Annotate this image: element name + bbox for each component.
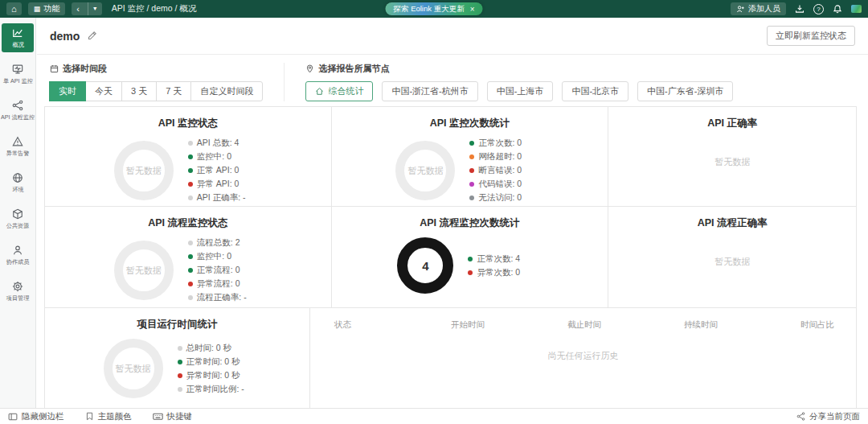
card-api-status: API 监控状态 暂无数据 API 总数: 4 xyxy=(45,107,332,206)
dashboard-panel: API 监控状态 暂无数据 API 总数: 4 xyxy=(44,106,857,408)
legend-item: 流程总数: 2 xyxy=(188,237,262,249)
legend-dot xyxy=(469,154,474,159)
legend-item: 正常次数: 4 xyxy=(468,253,542,265)
keyboard-icon xyxy=(153,411,163,422)
legend-item: 总时间: 0 秒 xyxy=(178,343,252,354)
table-header-cell: 截止时间 xyxy=(567,319,684,331)
flow-monitor-icon xyxy=(12,100,23,111)
node-all-button[interactable]: 综合统计 xyxy=(305,81,373,101)
person-add-icon xyxy=(736,5,745,14)
legend: 正常次数: 0 网络超时: 0 断言错误: 0 xyxy=(469,138,543,204)
node-filter-buttons: 综合统计 中国-浙江省-杭州市 中国-上海市 中国-北京市 中国-广东省-深圳市 xyxy=(305,81,733,101)
node-filter-label: 选择报告所属节点 xyxy=(305,63,733,75)
edit-pencil-icon[interactable] xyxy=(87,31,97,41)
calendar-icon xyxy=(50,64,59,73)
legend-dot xyxy=(188,141,193,146)
announcement-flag-icon[interactable] xyxy=(851,5,862,13)
share-icon xyxy=(796,412,805,421)
menu-button[interactable]: ▦ 功能 xyxy=(28,2,66,15)
legend-item: 正常流程: 0 xyxy=(188,265,262,276)
bookmark-icon xyxy=(85,412,94,421)
hide-sidebar-button[interactable]: 隐藏侧边栏 xyxy=(8,411,64,422)
history-caret-icon[interactable]: ▼ xyxy=(88,2,102,15)
share-page-button[interactable]: 分享当前页面 xyxy=(796,411,860,422)
page-title: demo xyxy=(50,30,80,43)
time-option-button[interactable]: 自定义时间段 xyxy=(190,81,263,101)
sidebar-item-alerts[interactable]: 异常告警 xyxy=(2,132,34,161)
donut-chart-empty: 暂无数据 xyxy=(114,141,174,200)
refresh-status-button[interactable]: 立即刷新监控状态 xyxy=(767,26,855,46)
download-icon[interactable] xyxy=(795,4,805,14)
card-runtime: 项目运行时间统计 暂无数据 总时间: 0 秒 xyxy=(45,308,310,408)
table-header-row: 状态 开始时间 截止时间 持续时间 时间占比 xyxy=(310,308,856,331)
gear-icon xyxy=(12,281,23,292)
card-api-rate: API 正确率 暂无数据 xyxy=(608,107,856,206)
topbar: ⌂ ▦ 功能 ‹ ▼ API 监控 / demo / 概况 探索 Eolink … xyxy=(0,0,868,18)
time-filter-label: 选择时间段 xyxy=(50,63,263,75)
map-pin-icon xyxy=(305,64,314,73)
footer-bar: 隐藏侧边栏 主题颜色 快捷键 分享当前页面 xyxy=(0,408,868,424)
home-small-icon xyxy=(315,87,324,96)
legend-dot xyxy=(188,168,193,173)
legend-dot xyxy=(188,254,193,259)
time-option-button[interactable]: 7 天 xyxy=(156,81,191,101)
node-option-button[interactable]: 中国-浙江省-杭州市 xyxy=(382,81,477,101)
theme-color-button[interactable]: 主题颜色 xyxy=(85,411,132,422)
legend-dot xyxy=(178,387,182,392)
sidebar-item-members[interactable]: 协作成员 xyxy=(2,241,34,270)
table-empty-text: 尚无任何运行历史 xyxy=(310,350,856,362)
card-api-count: API 监控次数统计 暂无数据 正常次数: 0 xyxy=(332,107,609,206)
time-option-button[interactable]: 今天 xyxy=(85,81,122,101)
legend-item: API 正确率: - xyxy=(188,192,262,204)
resources-cube-icon xyxy=(12,208,23,220)
page-header: demo 立即刷新监控状态 xyxy=(37,18,868,55)
legend-dot xyxy=(188,154,193,159)
warning-icon xyxy=(12,136,23,147)
node-option-button[interactable]: 中国-北京市 xyxy=(562,81,628,101)
node-option-button[interactable]: 中国-广东省-深圳市 xyxy=(637,81,733,101)
sidebar-item-api-flow-monitor[interactable]: API 流程监控 xyxy=(2,96,34,125)
sidebar-item-single-api-monitor[interactable]: 单 API 监控 xyxy=(2,60,34,89)
sidebar-item-project-settings[interactable]: 项目管理 xyxy=(2,277,34,306)
legend-dot xyxy=(188,241,193,245)
time-option-button[interactable]: 实时 xyxy=(49,81,86,101)
app-window: ⌂ ▦ 功能 ‹ ▼ API 监控 / demo / 概况 探索 Eolink … xyxy=(0,0,868,424)
legend-dot xyxy=(468,257,473,261)
add-member-button[interactable]: 添加人员 xyxy=(731,2,786,15)
legend-dot xyxy=(188,295,193,300)
legend-item: 正常时间: 0 秒 xyxy=(178,356,252,368)
time-option-button[interactable]: 3 天 xyxy=(121,81,157,101)
sidebar: 概况 单 API 监控 API 流程监控 异常告警 环境 xyxy=(0,18,36,408)
legend-item: 异常流程: 0 xyxy=(188,278,262,290)
promo-banner[interactable]: 探索 Eolink 重大更新 × xyxy=(386,2,483,15)
sidebar-item-overview[interactable]: 概况 xyxy=(2,23,34,52)
shortcuts-button[interactable]: 快捷键 xyxy=(153,411,193,422)
sidebar-item-shared-resources[interactable]: 公共资源 xyxy=(2,204,34,233)
node-option-button[interactable]: 中国-上海市 xyxy=(487,81,554,101)
globe-icon xyxy=(12,172,23,183)
legend-item: 流程正确率: - xyxy=(188,292,262,303)
breadcrumb[interactable]: API 监控 / demo / 概况 xyxy=(112,3,197,14)
legend-dot xyxy=(188,196,193,200)
back-arrow-icon[interactable]: ‹ xyxy=(72,2,84,15)
legend-item: 异常时间: 0 秒 xyxy=(178,370,252,381)
legend-dot xyxy=(188,182,193,187)
empty-state-text: 暂无数据 xyxy=(608,256,856,268)
table-header-cell: 持续时间 xyxy=(684,319,800,331)
runtime-history-table: 状态 开始时间 截止时间 持续时间 时间占比 尚无任何运行历史 xyxy=(310,308,856,408)
promo-close-icon[interactable]: × xyxy=(470,5,475,14)
legend-item: 异常次数: 0 xyxy=(468,267,542,278)
legend-dot xyxy=(178,346,182,351)
sidebar-item-environment[interactable]: 环境 xyxy=(2,168,34,197)
legend-item: 监控中: 0 xyxy=(188,151,262,163)
back-button[interactable]: ‹ ▼ xyxy=(72,2,102,15)
bell-icon[interactable] xyxy=(833,4,842,14)
members-icon xyxy=(12,245,23,256)
legend: 正常次数: 4 异常次数: 0 xyxy=(468,253,542,278)
home-button[interactable]: ⌂ xyxy=(6,2,22,15)
help-icon[interactable]: ? xyxy=(813,4,824,14)
card-flow-count: API 流程监控次数统计 4 正常次数: 4 xyxy=(332,207,609,307)
legend-item: 网络超时: 0 xyxy=(469,151,543,163)
donut-chart-empty: 暂无数据 xyxy=(114,241,174,300)
time-filter-buttons: 实时 今天 3 天 7 天 自定义时间段 xyxy=(50,81,263,101)
